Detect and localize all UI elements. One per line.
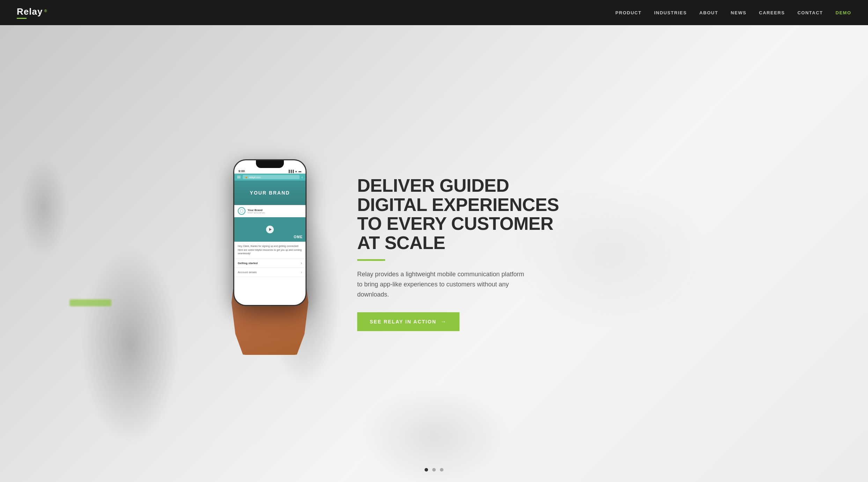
- link-2-label: Account details: [238, 271, 257, 274]
- phone-link-1: Getting started ›: [234, 259, 306, 268]
- phone-url-bar: 🔒 relayit.com: [243, 175, 300, 179]
- url-text: relayit.com: [249, 176, 261, 178]
- play-button[interactable]: [266, 226, 274, 233]
- svg-marker-0: [240, 209, 243, 213]
- battery-icon: ▬: [299, 170, 301, 173]
- phone-screen: 9:00 ▐▐▐ ▲ ▬: [234, 160, 306, 305]
- phone-browser-bar: 🔒 relayit.com ‹: [234, 174, 306, 181]
- slide-dot-3[interactable]: [440, 468, 443, 472]
- signal-icon: ▐▐▐: [288, 170, 294, 173]
- phone-video-section: OME: [234, 217, 306, 242]
- link-1-label: Getting started: [238, 262, 258, 265]
- logo-text: Relay: [17, 6, 43, 17]
- navigation: Relay ® PRODUCT INDUSTRIES ABOUT NEWS CA…: [0, 0, 868, 25]
- brand-logo-icon: [240, 209, 244, 213]
- cta-button[interactable]: SEE RELAY IN ACTION →: [357, 312, 459, 331]
- cta-arrow: →: [441, 319, 447, 325]
- menu-icon: [237, 176, 241, 179]
- cta-label: SEE RELAY IN ACTION: [370, 319, 436, 324]
- phone-notch: [256, 160, 284, 168]
- back-arrow-icon: ‹: [302, 175, 303, 179]
- nav-item-careers[interactable]: CAREERS: [759, 10, 785, 15]
- phone-brand-text: YOUR BRAND: [250, 190, 290, 196]
- phone-frame: 9:00 ▐▐▐ ▲ ▬: [233, 159, 307, 306]
- phone-brand-info: Your Brand 5/3/17 at 12:36 pm: [248, 209, 265, 214]
- headline-line-4: AT SCALE: [357, 233, 445, 253]
- headline-line-1: DELIVER GUIDED: [357, 175, 509, 196]
- nav-item-contact[interactable]: CONTACT: [797, 10, 823, 15]
- logo-bar: [17, 18, 27, 19]
- phone-video-label: OME: [294, 235, 303, 239]
- phone-brand-date: 5/3/17 at 12:36 pm: [248, 212, 265, 214]
- hero-headline: DELIVER GUIDED DIGITAL EXPERIENCES TO EV…: [357, 176, 567, 252]
- nav-item-product[interactable]: PRODUCT: [616, 10, 642, 15]
- hero-text-content: DELIVER GUIDED DIGITAL EXPERIENCES TO EV…: [357, 176, 567, 331]
- nav-item-about[interactable]: ABOUT: [699, 10, 718, 15]
- brand-icon: [238, 207, 245, 215]
- wifi-icon: ▲: [295, 170, 297, 173]
- link-2-arrow: ›: [301, 270, 302, 274]
- nav-item-industries[interactable]: INDUSTRIES: [654, 10, 687, 15]
- logo[interactable]: Relay ®: [17, 6, 47, 19]
- phone-message: Hey Claire, thanks for signing up and ge…: [234, 242, 306, 259]
- nav-links: PRODUCT INDUSTRIES ABOUT NEWS CAREERS CO…: [616, 9, 851, 16]
- phone-status-icons: ▐▐▐ ▲ ▬: [288, 170, 301, 173]
- headline-line-2: DIGITAL EXPERIENCES: [357, 195, 559, 215]
- phone-hero-banner: YOUR BRAND: [234, 181, 306, 205]
- headline-line-3: TO EVERY CUSTOMER: [357, 213, 553, 234]
- phone-brand-row: Your Brand 5/3/17 at 12:36 pm: [234, 205, 306, 217]
- link-1-arrow: ›: [301, 261, 302, 265]
- slide-dot-2[interactable]: [432, 468, 436, 472]
- hero-content: 9:00 ▐▐▐ ▲ ▬: [190, 152, 678, 355]
- phone-link-2: Account details ›: [234, 268, 306, 277]
- phone-mockup: 9:00 ▐▐▐ ▲ ▬: [211, 152, 329, 355]
- phone-time: 9:00: [238, 169, 245, 173]
- phone-brand-name: Your Brand: [248, 209, 265, 212]
- slide-dot-1[interactable]: [425, 468, 428, 472]
- nav-item-news[interactable]: NEWS: [731, 10, 746, 15]
- hero-divider: [357, 259, 385, 261]
- hero-description: Relay provides a lightweight mobile comm…: [357, 269, 525, 299]
- lock-icon: 🔒: [245, 176, 248, 178]
- hero-section: 9:00 ▐▐▐ ▲ ▬: [0, 25, 868, 482]
- phone-status-bar: 9:00 ▐▐▐ ▲ ▬: [234, 167, 306, 174]
- slide-dots: [425, 468, 443, 472]
- nav-item-demo[interactable]: DEMO: [836, 10, 851, 15]
